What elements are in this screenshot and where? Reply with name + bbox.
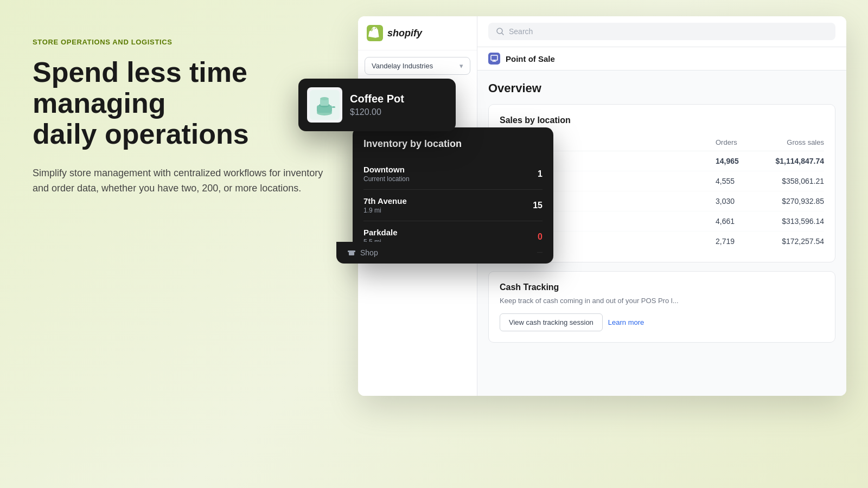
inventory-location-info: Downtown Current location <box>363 165 410 183</box>
chevron-down-icon: ▾ <box>459 62 463 70</box>
shopify-text: shopify <box>387 28 422 39</box>
row-sales: $313,596.14 <box>759 217 824 226</box>
cash-tracking-card: Cash Tracking Keep track of cash coming … <box>488 271 835 343</box>
pos-icon <box>488 53 500 65</box>
svg-rect-7 <box>491 55 497 60</box>
inv-sublabel: Current location <box>363 175 410 183</box>
inv-count: 15 <box>533 201 542 210</box>
overview-title: Overview <box>488 81 835 95</box>
row-sales: $358,061.21 <box>759 177 824 185</box>
store-name: Vandelay Industries <box>372 62 433 70</box>
row-orders: 14,965 <box>716 157 759 165</box>
cash-tracking-actions: View cash tracking session Learn more <box>500 313 824 331</box>
main-headline: Spend less time managing daily operation… <box>33 57 336 150</box>
pos-title: Point of Sale <box>506 54 555 63</box>
search-placeholder: Search <box>509 27 533 36</box>
top-bar: Search <box>477 16 846 47</box>
row-sales: $270,932.85 <box>759 197 824 206</box>
page-container: STORE OPERATIONS AND LOGISTICS Spend les… <box>0 0 868 488</box>
col-sales: Gross sales <box>759 138 824 146</box>
sales-card-title: Sales by location <box>500 115 824 125</box>
product-info: Coffee Pot $120.00 <box>350 93 404 117</box>
row-sales: $172,257.54 <box>759 237 824 246</box>
inv-count: 1 <box>538 169 542 179</box>
inv-location-name: 7th Avenue <box>363 196 407 206</box>
inventory-row-downtown: Downtown Current location 1 <box>363 158 542 190</box>
col-orders: Orders <box>716 138 759 146</box>
row-orders: 2,719 <box>716 237 759 246</box>
inventory-title: Inventory by location <box>363 138 542 150</box>
svg-rect-15 <box>348 251 355 252</box>
store-selector[interactable]: Vandelay Industries ▾ <box>365 57 470 75</box>
inventory-row-7th: 7th Avenue 1.9 mi 15 <box>363 190 542 221</box>
inv-count-zero: 0 <box>538 232 542 242</box>
row-orders: 4,555 <box>716 177 759 185</box>
learn-more-button[interactable]: Learn more <box>608 318 644 326</box>
left-panel: STORE OPERATIONS AND LOGISTICS Spend les… <box>0 0 369 488</box>
cash-tracking-desc: Keep track of cash coming in and out of … <box>500 297 824 305</box>
search-icon <box>496 27 505 36</box>
product-popup: Coffee Pot $120.00 <box>298 79 456 131</box>
shop-icon <box>347 248 356 257</box>
shop-bar: Shop <box>336 242 537 264</box>
inv-sublabel: 1.9 mi <box>363 207 407 214</box>
inv-location-name: Parkdale <box>363 228 398 237</box>
product-price: $120.00 <box>350 107 404 117</box>
shop-label: Shop <box>360 248 378 257</box>
shopify-logo-icon <box>367 25 383 41</box>
sidebar-header: shopify <box>358 16 477 50</box>
category-label: STORE OPERATIONS AND LOGISTICS <box>33 38 336 46</box>
row-sales: $1,114,847.74 <box>759 157 824 165</box>
inv-location-name: Downtown <box>363 165 410 174</box>
pos-header: Point of Sale <box>477 47 846 70</box>
product-image <box>307 87 342 123</box>
shopify-logo: shopify <box>367 25 422 41</box>
svg-rect-16 <box>349 252 354 255</box>
right-panel: shopify Vandelay Industries ▾ Home <box>369 0 868 488</box>
row-orders: 3,030 <box>716 197 759 206</box>
product-name: Coffee Pot <box>350 93 404 105</box>
cash-tracking-title: Cash Tracking <box>500 282 824 292</box>
view-cash-tracking-button[interactable]: View cash tracking session <box>500 313 603 331</box>
svg-point-13 <box>320 97 329 100</box>
inventory-location-info: 7th Avenue 1.9 mi <box>363 196 407 214</box>
description-text: Simplify store management with centraliz… <box>33 165 336 197</box>
row-orders: 4,661 <box>716 217 759 226</box>
svg-rect-14 <box>332 106 335 108</box>
inventory-popup: Inventory by location Downtown Current l… <box>353 127 553 264</box>
search-box[interactable]: Search <box>488 23 835 40</box>
coffee-pot-image <box>310 90 340 120</box>
